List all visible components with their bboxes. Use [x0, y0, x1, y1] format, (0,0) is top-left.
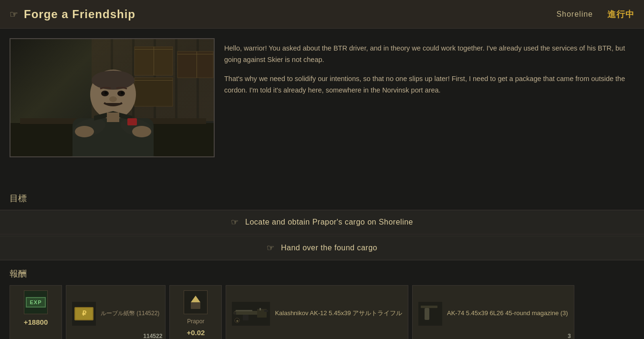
- ruble-icon-box: ₽: [72, 302, 96, 326]
- svg-rect-8: [135, 78, 173, 106]
- header: ☞ Forge a Friendship Shoreline 進行中: [0, 0, 644, 29]
- location-label: Shoreline: [556, 10, 593, 19]
- exp-badge: EXP: [26, 297, 45, 308]
- svg-text:⊕: ⊕: [236, 319, 238, 322]
- dialogue-text: Hello, warrior! You asked about the BTR …: [224, 38, 634, 181]
- reward-exp: EXP +18800: [10, 285, 62, 339]
- rifle-svg: ⊕: [233, 303, 269, 324]
- svg-text:₽: ₽: [82, 309, 86, 317]
- rewards-label: 報酬: [10, 268, 634, 279]
- prapor-icon-box: [184, 290, 208, 314]
- svg-rect-34: [264, 310, 268, 312]
- prapor-label: Prapor: [187, 318, 204, 325]
- magazine-text: AK-74 5.45x39 6L26 45-round magazine (3): [447, 309, 568, 318]
- svg-point-22: [109, 96, 117, 102]
- magazine-count: 3: [568, 333, 571, 339]
- page-title: Forge a Friendship: [24, 8, 135, 21]
- reward-ruble: ₽ ルーブル紙幣 (114522) 114522: [66, 285, 166, 339]
- content-area: Hello, warrior! You asked about the BTR …: [0, 29, 644, 191]
- ruble-info: ルーブル紙幣 (114522): [101, 309, 159, 318]
- header-left: ☞ Forge a Friendship: [10, 8, 135, 21]
- character-portrait: [10, 38, 215, 157]
- svg-point-17: [92, 71, 135, 90]
- svg-marker-29: [191, 296, 200, 302]
- objective-icon-2: ☞: [267, 243, 274, 253]
- hand-icon: ☞: [10, 9, 18, 20]
- svg-point-15: [132, 126, 151, 137]
- reward-rifle: ⊕ Kalashnikov AK-12 5.45x39 アサルトライフル: [226, 285, 408, 339]
- svg-rect-28: [191, 302, 200, 309]
- magazine-icon-box: [418, 302, 442, 326]
- exp-icon-box: EXP: [24, 290, 48, 314]
- ruble-name: ルーブル紙幣 (114522): [101, 309, 159, 318]
- rewards-row-1: EXP +18800 ₽ ルーブル紙幣 (114522) 114522: [10, 285, 634, 339]
- dialogue-paragraph-2: That's why we need to solidify our inten…: [224, 73, 634, 96]
- objective-row-2: ☞ Hand over the found cargo: [0, 236, 644, 260]
- reward-prapor-rep: Prapor +0.02: [169, 285, 222, 339]
- character-svg: [10, 38, 215, 156]
- status-badge: 進行中: [607, 9, 634, 20]
- objectives-section-label: 目標: [0, 191, 644, 210]
- svg-rect-9: [135, 80, 173, 81]
- exp-value: +18800: [24, 318, 48, 326]
- svg-rect-40: [421, 306, 437, 308]
- objective-text-1: Locate and obtain Prapor's cargo on Shor…: [245, 218, 413, 226]
- svg-rect-24: [107, 113, 119, 122]
- objective-text-2: Hand over the found cargo: [281, 244, 377, 252]
- ruble-count: 114522: [143, 333, 162, 339]
- svg-rect-41: [425, 308, 429, 320]
- svg-rect-4: [154, 47, 154, 75]
- rifle-icon-box: ⊕: [232, 302, 270, 326]
- reward-magazine: AK-74 5.45x39 6L26 45-round magazine (3)…: [412, 285, 574, 339]
- objective-row-1: ☞ Locate and obtain Prapor's cargo on Sh…: [0, 210, 644, 235]
- svg-rect-33: [243, 315, 249, 320]
- rifle-text: Kalashnikov AK-12 5.45x39 アサルトライフル: [275, 309, 402, 318]
- svg-rect-6: [177, 54, 213, 54]
- rep-icon-svg: [187, 294, 204, 311]
- svg-rect-23: [127, 118, 137, 125]
- prapor-value: +0.02: [187, 329, 205, 337]
- magazine-svg: [420, 302, 441, 326]
- svg-point-21: [121, 92, 124, 94]
- svg-rect-37: [233, 312, 236, 314]
- svg-rect-32: [236, 310, 252, 311]
- header-right: Shoreline 進行中: [556, 9, 634, 20]
- portrait-background: [10, 39, 214, 156]
- svg-point-20: [104, 92, 107, 94]
- svg-point-14: [75, 126, 94, 137]
- svg-rect-5: [177, 51, 213, 78]
- rewards-section: 報酬 EXP +18800 ₽ ルーブル紙幣 (114522) 11452: [0, 261, 644, 339]
- svg-rect-7: [197, 51, 197, 78]
- objective-icon-1: ☞: [231, 217, 239, 227]
- dialogue-paragraph-1: Hello, warrior! You asked about the BTR …: [224, 43, 634, 66]
- svg-rect-36: [260, 308, 261, 310]
- ruble-svg: ₽: [73, 303, 94, 324]
